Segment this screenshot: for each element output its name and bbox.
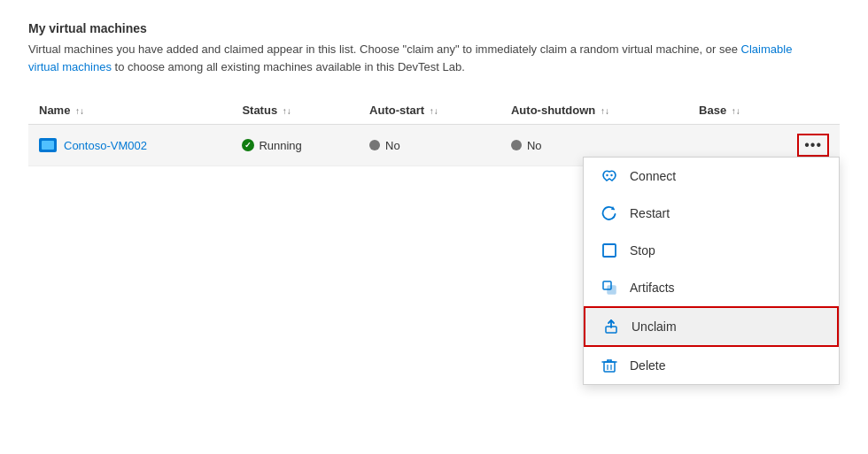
unclaim-menu-item[interactable]: Unclaim: [584, 306, 839, 347]
vm-name-label: Contoso-VM002: [64, 139, 147, 152]
stop-menu-item[interactable]: Stop: [584, 232, 839, 269]
sort-icon-name: ↑↓: [75, 106, 84, 116]
artifacts-label: Artifacts: [630, 281, 675, 295]
vm-name-cell[interactable]: Contoso-VM002: [28, 125, 231, 166]
delete-icon: [601, 358, 617, 373]
connect-label: Connect: [630, 169, 676, 183]
restart-label: Restart: [630, 206, 670, 220]
svg-rect-6: [604, 362, 615, 372]
delete-label: Delete: [630, 358, 665, 373]
auto-shutdown-label: No: [527, 139, 542, 152]
sort-icon-base: ↑↓: [732, 106, 740, 116]
more-options-button[interactable]: •••: [797, 134, 829, 157]
stop-icon: [601, 242, 617, 258]
col-auto-shutdown[interactable]: Auto-shutdown ↑↓: [500, 96, 688, 125]
page-description: Virtual machines you have added and clai…: [28, 41, 825, 75]
svg-rect-2: [603, 244, 616, 257]
vm-icon: [39, 138, 57, 152]
restart-icon: [601, 205, 617, 221]
unclaim-icon: [603, 319, 619, 335]
col-status[interactable]: Status ↑↓: [231, 96, 359, 125]
auto-shutdown-dot: [511, 140, 522, 150]
delete-menu-item[interactable]: Delete: [584, 347, 839, 384]
context-menu: Connect Restart: [583, 157, 840, 385]
col-auto-start[interactable]: Auto-start ↑↓: [359, 96, 500, 125]
table-row: Contoso-VM002 Running No: [28, 125, 840, 166]
sort-icon-auto-start: ↑↓: [430, 106, 438, 116]
col-base[interactable]: Base ↑↓: [688, 96, 787, 125]
vm-table-container: Name ↑↓ Status ↑↓ Auto-start ↑↓ Auto-shu…: [28, 96, 840, 166]
vm-table: Name ↑↓ Status ↑↓ Auto-start ↑↓ Auto-shu…: [28, 96, 840, 166]
status-running-icon: [242, 139, 254, 151]
page-title: My virtual machines: [28, 21, 840, 35]
vm-status-cell: Running: [231, 125, 359, 166]
connect-menu-item[interactable]: Connect: [584, 158, 839, 195]
desc-text-2: to choose among all existing machines av…: [115, 60, 465, 73]
sort-icon-auto-shutdown: ↑↓: [601, 106, 609, 116]
connect-icon: [601, 168, 617, 184]
artifacts-menu-item[interactable]: Artifacts: [584, 269, 839, 306]
svg-rect-4: [608, 286, 616, 294]
artifacts-icon: [601, 280, 617, 296]
restart-menu-item[interactable]: Restart: [584, 195, 839, 232]
col-name[interactable]: Name ↑↓: [28, 96, 231, 125]
stop-label: Stop: [630, 243, 655, 258]
svg-point-0: [606, 174, 608, 176]
unclaim-label: Unclaim: [632, 319, 677, 334]
more-options-cell: ••• Connect: [787, 125, 840, 166]
sort-icon-status: ↑↓: [283, 106, 291, 116]
desc-text-1: Virtual machines you have added and clai…: [28, 42, 741, 56]
auto-start-label: No: [385, 139, 400, 152]
vm-autostart-cell: No: [359, 125, 500, 166]
auto-start-dot: [369, 140, 380, 150]
svg-point-1: [610, 174, 612, 176]
status-label: Running: [259, 139, 301, 152]
